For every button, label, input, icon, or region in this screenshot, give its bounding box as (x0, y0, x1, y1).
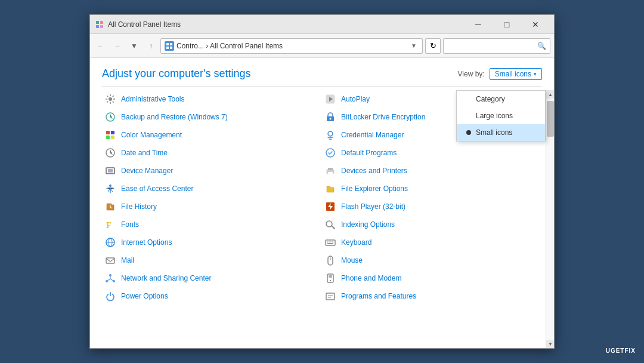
device-manager-label: Device Manager (121, 167, 173, 175)
scroll-track (546, 99, 554, 340)
item-keyboard[interactable]: Keyboard (322, 233, 542, 251)
svg-rect-34 (328, 172, 333, 174)
left-column: Administrative Tools Backup and Restore … (102, 90, 322, 348)
search-box[interactable]: 🔍 (443, 38, 550, 54)
credential-manager-label: Credential Manager (341, 131, 404, 139)
svg-rect-33 (328, 168, 333, 170)
item-device-manager[interactable]: Device Manager (102, 162, 322, 180)
power-options-icon (104, 290, 116, 302)
view-dropdown-menu: Category Large icons Small icons (456, 90, 546, 141)
keyboard-label: Keyboard (341, 238, 371, 247)
watermark: UGETFIX (602, 346, 639, 356)
item-default-programs[interactable]: Default Programs (322, 144, 542, 162)
item-network-sharing[interactable]: Network and Sharing Center (102, 269, 322, 287)
main-window: All Control Panel Items ─ □ ✕ ← → ▼ ↑ Co… (89, 14, 555, 349)
svg-rect-16 (108, 169, 113, 173)
network-sharing-icon (104, 272, 116, 284)
programs-features-label: Programs and Features (341, 292, 416, 300)
autoplay-icon (324, 93, 336, 105)
item-flash-player[interactable]: Flash Player (32-bit) (322, 198, 542, 216)
separator (102, 86, 542, 87)
programs-features-icon (324, 290, 336, 302)
dropdown-item-small-icons[interactable]: Small icons (457, 124, 545, 141)
view-by-control: View by: Small icons ▾ (458, 68, 543, 80)
search-input[interactable] (447, 42, 537, 50)
default-programs-label: Default Programs (341, 149, 397, 157)
item-file-explorer-options[interactable]: File Explorer Options (322, 180, 542, 198)
bitlocker-icon (324, 111, 336, 123)
item-date-time[interactable]: Date and Time (102, 144, 322, 162)
svg-line-38 (332, 226, 335, 229)
administrative-tools-icon (104, 93, 116, 105)
item-indexing-options[interactable]: Indexing Options (322, 216, 542, 233)
minimize-button[interactable]: ─ (465, 15, 492, 34)
back-button[interactable]: ← (94, 39, 108, 53)
fonts-icon: F (104, 219, 116, 230)
item-programs-features[interactable]: Programs and Features (322, 287, 542, 305)
search-icon: 🔍 (537, 42, 546, 50)
dropdown-item-category[interactable]: Category (457, 91, 545, 107)
svg-rect-7 (170, 47, 172, 49)
keyboard-icon (324, 236, 336, 248)
scroll-thumb[interactable] (547, 101, 554, 137)
item-internet-options[interactable]: Internet Options (102, 233, 322, 251)
view-by-value: Small icons (495, 70, 531, 78)
scroll-down-button[interactable]: ▼ (546, 340, 554, 348)
view-by-dropdown[interactable]: Small icons ▾ (490, 68, 542, 80)
item-file-history[interactable]: File History (102, 198, 322, 216)
scroll-up-button[interactable]: ▲ (546, 90, 554, 99)
devices-printers-label: Devices and Printers (341, 167, 407, 175)
device-manager-icon (104, 165, 116, 177)
refresh-button[interactable]: ↻ (425, 38, 441, 54)
file-explorer-options-label: File Explorer Options (341, 184, 408, 193)
item-devices-printers[interactable]: Devices and Printers (322, 162, 542, 180)
indexing-options-icon (324, 219, 336, 230)
address-field[interactable]: Contro... › All Control Panel Items ▼ (160, 38, 423, 54)
item-backup-restore[interactable]: Backup and Restore (Windows 7) (102, 108, 322, 126)
date-time-label: Date and Time (121, 149, 168, 157)
flash-player-icon (324, 201, 336, 213)
content-area: Adjust your computer's settings View by:… (90, 58, 554, 348)
item-fonts[interactable]: F Fonts (102, 216, 322, 233)
close-button[interactable]: ✕ (522, 15, 549, 34)
dropdown-item-large-icons[interactable]: Large icons (457, 107, 545, 124)
indexing-options-label: Indexing Options (341, 220, 395, 229)
window-title: All Control Panel Items (108, 20, 465, 29)
address-dropdown-arrow[interactable]: ▼ (409, 38, 419, 54)
svg-point-8 (109, 97, 112, 101)
item-phone-modem[interactable]: Phone and Modem (322, 269, 542, 287)
svg-point-17 (109, 184, 112, 187)
svg-rect-1 (100, 21, 103, 24)
forward-button[interactable]: → (110, 39, 125, 53)
phone-modem-label: Phone and Modem (341, 274, 401, 282)
item-color-management[interactable]: Color Management (102, 126, 322, 144)
item-power-options[interactable]: Power Options (102, 287, 322, 305)
ease-of-access-icon (104, 183, 116, 195)
item-administrative-tools[interactable]: Administrative Tools (102, 90, 322, 108)
maximize-button[interactable]: □ (493, 15, 521, 34)
item-ease-of-access[interactable]: Ease of Access Center (102, 180, 322, 198)
svg-rect-10 (106, 131, 110, 134)
svg-rect-4 (166, 43, 169, 45)
svg-point-23 (109, 274, 112, 276)
view-by-arrow: ▾ (534, 71, 537, 77)
backup-restore-icon (104, 111, 116, 123)
svg-rect-22 (106, 258, 114, 263)
up-button[interactable]: ↑ (144, 39, 158, 53)
item-mouse[interactable]: Mouse (322, 251, 542, 269)
color-management-icon (104, 129, 116, 141)
dropdown-nav-button[interactable]: ▼ (127, 39, 141, 53)
file-history-label: File History (121, 202, 157, 211)
title-bar: All Control Panel Items ─ □ ✕ (90, 15, 554, 34)
svg-rect-12 (106, 136, 110, 139)
svg-rect-5 (170, 43, 172, 45)
internet-options-label: Internet Options (121, 238, 172, 247)
window-controls: ─ □ ✕ (465, 15, 549, 34)
flash-player-label: Flash Player (32-bit) (341, 202, 405, 211)
file-explorer-options-icon (324, 183, 336, 195)
svg-rect-13 (111, 136, 114, 139)
bitlocker-label: BitLocker Drive Encryption (341, 113, 425, 121)
devices-printers-icon (324, 165, 336, 177)
item-mail[interactable]: Mail (102, 251, 322, 269)
mail-icon (104, 254, 116, 266)
